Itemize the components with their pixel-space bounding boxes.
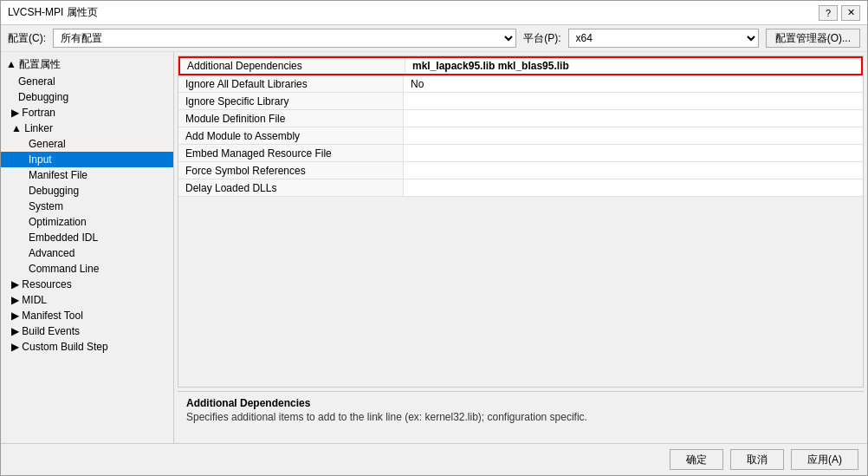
sidebar-item-midl[interactable]: ▶ MIDL: [1, 292, 173, 308]
prop-row-5[interactable]: Embed Managed Resource File: [178, 145, 863, 162]
sidebar-item-linker-input[interactable]: Input: [1, 152, 173, 167]
prop-value-5: [404, 145, 863, 161]
sidebar-item-custom-build[interactable]: ▶ Custom Build Step: [1, 339, 173, 355]
sidebar-item-linker-optimization[interactable]: Optimization: [1, 214, 173, 230]
main-content: ▲ 配置属性GeneralDebugging▶ Fortran▲ LinkerG…: [1, 52, 867, 443]
prop-name-3: Module Definition File: [178, 110, 404, 127]
prop-row-3[interactable]: Module Definition File: [178, 110, 863, 127]
sidebar-item-linker-embedded-idl[interactable]: Embedded IDL: [1, 230, 173, 245]
prop-row-6[interactable]: Force Symbol References: [178, 162, 863, 179]
prop-value-3: [404, 110, 863, 127]
title-bar: LVCSH-MPI 属性页 ? ✕: [1, 1, 867, 25]
platform-label: 平台(P):: [523, 31, 560, 46]
config-label: 配置(C):: [8, 31, 46, 46]
prop-row-2[interactable]: Ignore Specific Library: [178, 93, 863, 110]
prop-name-1: Ignore All Default Libraries: [178, 75, 404, 92]
close-button[interactable]: ✕: [841, 5, 860, 21]
sidebar-item-fortran[interactable]: ▶ Fortran: [1, 105, 173, 121]
description-title: Additional Dependencies: [186, 397, 855, 409]
config-manager-button[interactable]: 配置管理器(O)...: [766, 29, 860, 48]
sidebar-item-linker-cmdline[interactable]: Command Line: [1, 261, 173, 277]
title-bar-buttons: ? ✕: [819, 5, 860, 21]
prop-value-6: [404, 162, 863, 179]
prop-row-1[interactable]: Ignore All Default LibrariesNo: [178, 75, 863, 93]
description-text: Specifies additional items to add to the…: [186, 411, 855, 423]
platform-select[interactable]: x64: [568, 29, 759, 48]
right-panel: Additional Dependenciesmkl_lapack95.lib …: [174, 52, 867, 443]
sidebar-item-config-props[interactable]: ▲ 配置属性: [1, 55, 173, 74]
sidebar-item-manifest-tool[interactable]: ▶ Manifest Tool: [1, 308, 173, 323]
config-row: 配置(C): 所有配置 平台(P): x64 配置管理器(O)...: [1, 25, 867, 52]
apply-button[interactable]: 应用(A): [791, 449, 858, 470]
sidebar-item-linker-manifest[interactable]: Manifest File: [1, 167, 173, 183]
prop-name-2: Ignore Specific Library: [178, 93, 404, 109]
prop-name-6: Force Symbol References: [178, 162, 404, 179]
sidebar-item-linker[interactable]: ▲ Linker: [1, 121, 173, 136]
sidebar-item-resources[interactable]: ▶ Resources: [1, 277, 173, 292]
prop-name-7: Delay Loaded DLLs: [178, 179, 404, 196]
prop-value-1: No: [404, 75, 863, 92]
sidebar-item-debugging[interactable]: Debugging: [1, 89, 173, 105]
prop-value-4: [404, 127, 863, 144]
sidebar-item-linker-advanced[interactable]: Advanced: [1, 245, 173, 261]
properties-table: Additional Dependenciesmkl_lapack95.lib …: [178, 55, 864, 388]
help-button[interactable]: ?: [819, 5, 838, 21]
prop-row-4[interactable]: Add Module to Assembly: [178, 127, 863, 145]
sidebar-item-build-events[interactable]: ▶ Build Events: [1, 323, 173, 339]
bottom-buttons: 确定 取消 应用(A): [1, 443, 867, 475]
prop-value-7: [404, 179, 863, 196]
prop-row-7[interactable]: Delay Loaded DLLs: [178, 179, 863, 197]
sidebar-item-linker-debugging[interactable]: Debugging: [1, 183, 173, 199]
prop-name-4: Add Module to Assembly: [178, 127, 404, 144]
config-select[interactable]: 所有配置: [53, 29, 516, 48]
sidebar-item-general[interactable]: General: [1, 74, 173, 89]
prop-name-0: Additional Dependencies: [180, 58, 405, 74]
description-panel: Additional Dependencies Specifies additi…: [178, 391, 864, 440]
sidebar-item-linker-system[interactable]: System: [1, 199, 173, 214]
prop-value-2: [404, 93, 863, 109]
prop-row-0[interactable]: Additional Dependenciesmkl_lapack95.lib …: [178, 56, 863, 75]
ok-button[interactable]: 确定: [670, 449, 723, 470]
prop-value-0: mkl_lapack95.lib mkl_blas95.lib: [405, 58, 861, 74]
main-window: LVCSH-MPI 属性页 ? ✕ 配置(C): 所有配置 平台(P): x64…: [0, 0, 868, 476]
cancel-button[interactable]: 取消: [730, 449, 784, 470]
window-title: LVCSH-MPI 属性页: [8, 5, 98, 20]
prop-name-5: Embed Managed Resource File: [178, 145, 404, 161]
sidebar-item-linker-general[interactable]: General: [1, 136, 173, 152]
sidebar: ▲ 配置属性GeneralDebugging▶ Fortran▲ LinkerG…: [1, 52, 174, 443]
